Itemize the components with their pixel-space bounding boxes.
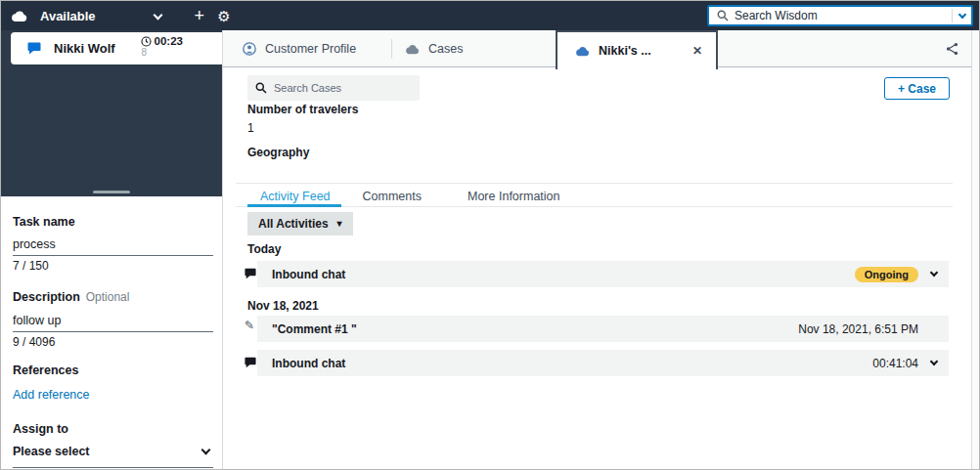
task-name-input[interactable]: process (13, 229, 213, 256)
top-bar: Available + ⚙ (1, 1, 979, 30)
active-subtab-underline (247, 204, 341, 207)
subtab-divider (236, 206, 953, 207)
activity-item-comment[interactable]: "Comment #1 " Nov 18, 2021, 6:51 PM (257, 316, 949, 342)
feed-row: ✎ "Comment #1 " Nov 18, 2021, 6:51 PM (245, 316, 949, 342)
connect-logo-icon (11, 9, 27, 22)
select-chevron-down-icon (201, 445, 211, 454)
search-divider (952, 9, 953, 22)
feed-row: Inbound chat Ongoing (245, 261, 949, 287)
references-label: References (13, 363, 212, 377)
expand-chevron-down-icon[interactable] (930, 269, 938, 277)
tab-cases[interactable]: Cases (405, 30, 463, 67)
expand-chevron-down-icon[interactable] (930, 358, 938, 365)
share-icon[interactable] (946, 42, 958, 56)
cases-search-input[interactable] (274, 82, 412, 94)
status-chevron-down-icon[interactable] (155, 5, 161, 22)
contact-control-panel: Nikki Wolf 00:23 8 Task name process 7 (1, 30, 223, 469)
timer-value: 00:23 (155, 35, 183, 47)
settings-gear-icon[interactable]: ⚙ (217, 9, 230, 23)
description-input[interactable]: follow up (13, 305, 213, 332)
description-counter: 9 / 4096 (13, 335, 212, 349)
contact-timer: 00:23 8 (141, 35, 183, 58)
description-label: Description (13, 290, 80, 304)
person-icon (243, 42, 256, 56)
feed-row: Inbound chat 00:41:04 (245, 350, 949, 376)
agent-status-label: Available (40, 9, 96, 23)
field-label: Geography (247, 146, 358, 159)
task-name-counter: 7 / 150 (13, 259, 212, 273)
contact-card[interactable]: Nikki Wolf 00:23 8 (11, 32, 222, 64)
search-icon (717, 10, 729, 21)
new-case-button[interactable]: + Case (884, 77, 950, 100)
new-contact-plus-icon[interactable]: + (195, 7, 205, 24)
tab-cases-label: Cases (428, 42, 463, 56)
chat-media-region: Nikki Wolf 00:23 8 (1, 30, 222, 196)
case-subtabs: Activity Feed Comments More Information (247, 187, 572, 206)
activity-title: Inbound chat (272, 357, 345, 370)
pencil-comment-icon: ✎ (245, 320, 254, 331)
field-label: Number of travelers (247, 103, 358, 116)
feed-section-heading: Nov 18, 2021 (247, 299, 319, 313)
filter-caret-down-icon: ▾ (337, 219, 342, 229)
clock-icon (141, 36, 152, 47)
tab-nikkis-active[interactable]: Nikki's ... ✕ (556, 30, 718, 69)
activity-title: Inbound chat (272, 268, 345, 281)
case-workspace: Customer Profile Cases Nikki's ... ✕ (223, 30, 971, 469)
tab-nikkis-label: Nikki's ... (599, 44, 651, 58)
close-icon[interactable]: ✕ (692, 44, 702, 58)
chat-bubble-icon (27, 42, 41, 55)
activity-title: "Comment #1 " (272, 322, 357, 336)
subtab-more-information[interactable]: More Information (455, 187, 572, 206)
activities-filter-button[interactable]: All Activities ▾ (247, 212, 353, 235)
chat-bubble-icon (245, 357, 256, 368)
wisdom-search-input[interactable] (735, 9, 948, 22)
subtab-activity-feed[interactable]: Activity Feed (247, 187, 343, 206)
section-divider (236, 183, 953, 184)
panel-drag-handle[interactable] (93, 191, 130, 193)
case-fields: Number of travelers 1 Geography (247, 103, 358, 187)
status-badge: Ongoing (855, 267, 918, 282)
cases-search-box[interactable] (247, 75, 420, 101)
contact-name: Nikki Wolf (54, 41, 115, 56)
create-task-form: Task name process 7 / 150 DescriptionOpt… (1, 196, 222, 469)
tab-divider (391, 39, 392, 59)
field-value: 1 (247, 121, 358, 135)
task-cloud-icon (575, 45, 590, 57)
activities-filter-label: All Activities (258, 217, 329, 231)
wisdom-search-box[interactable] (707, 5, 973, 26)
activity-duration: 00:41:04 (872, 357, 918, 370)
description-optional-label: Optional (86, 290, 130, 304)
activity-timestamp: Nov 18, 2021, 6:51 PM (798, 322, 918, 336)
add-reference-link[interactable]: Add reference (13, 388, 212, 402)
tab-customer-profile[interactable]: Customer Profile (243, 30, 356, 67)
assign-to-label: Assign to (13, 422, 212, 436)
assign-to-select[interactable]: Please select (13, 436, 213, 468)
chat-bubble-icon (245, 268, 256, 279)
search-chevron-down-icon[interactable] (958, 10, 966, 18)
feed-section-heading: Today (247, 242, 281, 256)
cases-cloud-icon (405, 43, 420, 55)
subtab-comments[interactable]: Comments (350, 187, 434, 206)
assign-to-value: Please select (13, 445, 90, 458)
tab-customer-profile-label: Customer Profile (265, 42, 356, 56)
tab-strip: Customer Profile Cases Nikki's ... ✕ (223, 30, 971, 67)
agent-workspace: Available + ⚙ Nikki Wolf (0, 0, 980, 470)
field-value (247, 164, 358, 176)
search-icon (255, 82, 267, 94)
activity-item-inbound-chat[interactable]: Inbound chat Ongoing (257, 261, 949, 287)
task-name-label: Task name (13, 215, 212, 229)
activity-item-inbound-chat[interactable]: Inbound chat 00:41:04 (257, 350, 949, 376)
message-count: 8 (142, 47, 183, 58)
vertical-scrollbar[interactable] (971, 30, 979, 469)
